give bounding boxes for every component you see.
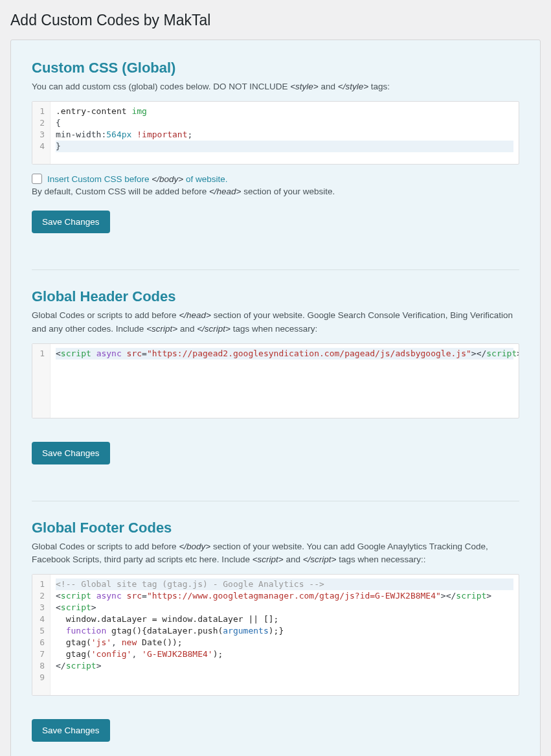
footer-code-editor[interactable]: 123456789 <!-- Global site tag (gtag.js)… [32, 574, 519, 696]
css-code[interactable]: .entry-content img{min-width:564px !impo… [51, 102, 519, 164]
footer-section-desc: Global Codes or scripts to add before </… [32, 540, 519, 567]
css-gutter: 1234 [32, 102, 51, 164]
section-custom-css: Custom CSS (Global) You can add custom c… [32, 60, 519, 251]
footer-gutter: 123456789 [32, 575, 51, 695]
css-section-desc: You can add custom css (global) codes be… [32, 80, 519, 93]
save-button[interactable]: Save Changes [32, 211, 110, 233]
footer-section-title: Global Footer Codes [32, 520, 519, 536]
header-code-editor[interactable]: 1 <script async src="https://pagead2.goo… [32, 343, 519, 418]
css-section-title: Custom CSS (Global) [32, 60, 519, 76]
save-button[interactable]: Save Changes [32, 719, 110, 742]
css-before-body-label[interactable]: Insert Custom CSS before </body> of webs… [47, 174, 227, 184]
settings-panel: Custom CSS (Global) You can add custom c… [10, 40, 541, 756]
css-before-body-row: Insert Custom CSS before </body> of webs… [32, 174, 519, 184]
header-section-desc: Global Codes or scripts to add before </… [32, 309, 519, 336]
css-default-note: By default, Custom CSS will be added bef… [32, 187, 519, 196]
css-before-body-checkbox[interactable] [32, 174, 42, 184]
header-code[interactable]: <script async src="https://pagead2.googl… [51, 344, 519, 418]
footer-code[interactable]: <!-- Global site tag (gtag.js) - Google … [51, 575, 519, 695]
save-button[interactable]: Save Changes [32, 442, 110, 464]
header-section-title: Global Header Codes [32, 288, 519, 305]
page-title: Add Custom Codes by MakTal [10, 6, 541, 40]
section-header-codes: Global Header Codes Global Codes or scri… [32, 269, 519, 483]
section-footer-codes: Global Footer Codes Global Codes or scri… [32, 501, 519, 756]
header-gutter: 1 [32, 344, 51, 418]
css-code-editor[interactable]: 1234 .entry-content img{min-width:564px … [32, 101, 519, 165]
